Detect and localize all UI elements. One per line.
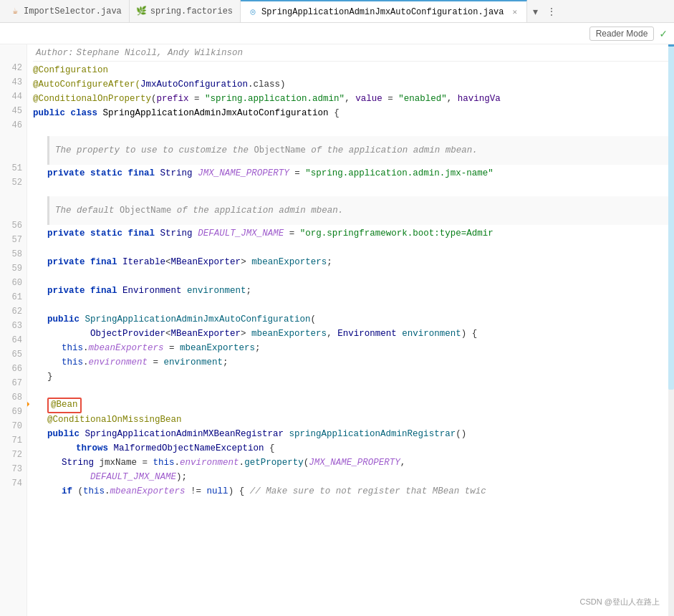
this-mbean-exporters: mbeanExporters: [89, 341, 164, 355]
line-num-43: 43: [4, 76, 22, 90]
tab-label-import: ImportSelector.java: [24, 6, 122, 16]
kw-final-56: final: [128, 226, 155, 241]
field-environment: environment: [187, 284, 246, 298]
kw-final-51: final: [128, 166, 155, 181]
line-num-64: 64: [4, 334, 22, 348]
tab-dropdown-button[interactable]: ▾: [530, 4, 541, 19]
kw-null: null: [207, 484, 228, 499]
annotation-configuration: @Configuration: [33, 63, 108, 77]
kw-this-65: this: [62, 355, 83, 370]
doc-text-2: The default ObjectName of the applicatio…: [55, 203, 343, 218]
prefix-value: "spring.application.admin": [205, 92, 345, 106]
kw-class: class: [71, 106, 98, 120]
reader-mode-button[interactable]: Reader Mode: [589, 27, 655, 41]
line-num-58: 58: [4, 248, 22, 262]
bean-gutter-icon: 🔶: [27, 399, 30, 412]
method-get-property: getProperty: [244, 456, 304, 470]
code-line-64: this. mbeanExporters = mbeanExporters;: [33, 341, 674, 355]
type-string-56: String: [160, 226, 193, 241]
annotation-conditional-missing-bean: @ConditionalOnMissingBean: [47, 413, 182, 427]
line-num-70: 70: [4, 420, 22, 434]
value-param: value: [355, 92, 382, 106]
type-malformed-exception: MalformedObjectNameException: [114, 441, 264, 456]
code-container: 42 43 44 45 46 51 52 56 57 58 59 60 61 6…: [0, 44, 674, 616]
line-num-60: 60: [4, 276, 22, 291]
tab-bar-controls: ▾ ⋮: [530, 4, 559, 19]
line-num-73: 73: [4, 463, 22, 477]
var-jmx-name: jmxName: [100, 456, 138, 470]
field-jmx-name-property: JMX_NAME_PROPERTY: [198, 166, 289, 181]
annotation-autoconfigure-after: @AutoConfigureAfter(: [33, 77, 140, 92]
kw-private-56: private: [47, 226, 85, 241]
kw-static-51: static: [90, 166, 122, 181]
line-num-68: 68: [4, 391, 22, 405]
doc-text-1: The property to use to customize the Obj…: [55, 143, 478, 158]
code-line-62: public SpringApplicationAdminJmxAutoConf…: [33, 312, 674, 327]
this-mbean-exporters-74: mbeanExporters: [110, 484, 186, 499]
tab-import-selector[interactable]: ☕ ImportSelector.java: [3, 0, 130, 23]
this-environment-72: environment: [180, 456, 239, 470]
tab-options-button[interactable]: ⋮: [544, 4, 559, 19]
code-line-43: @AutoConfigureAfter(JmxAutoConfiguration…: [33, 77, 674, 92]
line-num-44: 44: [4, 90, 22, 105]
code-line-46: [33, 120, 674, 135]
code-line-63: ObjectProvider< MBeanExporter> mbeanExpo…: [33, 327, 674, 341]
line-num-51: 51: [4, 162, 22, 176]
code-line-42: @Configuration: [33, 63, 674, 77]
java-circle-icon: ◎: [248, 7, 258, 17]
tab-close-button[interactable]: ✕: [511, 6, 520, 17]
kw-this-64: this: [62, 341, 83, 355]
code-line-44: @ConditionalOnProperty(prefix = "spring.…: [33, 92, 674, 106]
type-string-51: String: [160, 166, 193, 181]
kw-private-51: private: [47, 166, 85, 181]
code-line-61: [33, 298, 674, 312]
reader-bar: Reader Mode ✓: [0, 23, 674, 44]
line-num-42: 42: [4, 62, 22, 76]
field-jmx-name-prop-ref: JMX_NAME_PROPERTY: [309, 456, 400, 470]
type-string-72: String: [62, 456, 94, 470]
code-line-58: private final Iterable< MBeanExporter> m…: [33, 255, 674, 269]
line-num-62: 62: [4, 305, 22, 319]
field-default-jmx-name: DEFAULT_JMX_NAME: [198, 226, 284, 241]
check-icon: ✓: [660, 27, 667, 41]
spring-icon: 🌿: [137, 6, 147, 16]
line-num-69: 69: [4, 405, 22, 420]
code-line-56: private static final String DEFAULT_JMX_…: [33, 226, 674, 241]
line-num-46: 46: [4, 119, 22, 133]
field-default-jmx-name-ref: DEFAULT_JMX_NAME: [90, 470, 176, 484]
type-mbean-exporter-2: MBeanExporter: [171, 327, 241, 341]
kw-public-62: public: [47, 312, 80, 327]
line-num-65: 65: [4, 348, 22, 362]
kw-throws: throws: [76, 441, 108, 456]
code-line-74: if ( this. mbeanExporters != null) { // …: [33, 484, 674, 499]
line-num-63: 63: [4, 319, 22, 334]
kw-final-58: final: [90, 255, 117, 269]
param-environment: environment: [402, 327, 461, 341]
cond-on-property-name: ConditionalOnProperty: [39, 92, 152, 106]
annotation-conditional-on-property: @: [33, 92, 39, 106]
type-object-provider: ObjectProvider: [90, 327, 165, 341]
assign-environment: environment: [164, 355, 223, 370]
dot-class: .class): [248, 77, 286, 92]
scroll-indicator[interactable]: [668, 44, 674, 616]
code-area[interactable]: Author: Stephane Nicoll, Andy Wilkinson …: [27, 44, 674, 616]
code-line-59: [33, 269, 674, 284]
doc-block-1: The property to use to customize the Obj…: [47, 136, 674, 165]
tab-spring-admin-config[interactable]: ◎ SpringApplicationAdminJmxAutoConfigura…: [241, 0, 527, 23]
tab-label-spring: spring.factories: [150, 6, 233, 16]
type-environment: Environment: [122, 284, 182, 298]
tab-bar: ☕ ImportSelector.java 🌿 spring.factories…: [0, 0, 674, 23]
line-num-52: 52: [4, 176, 22, 191]
tab-spring-factories[interactable]: 🌿 spring.factories: [130, 0, 241, 23]
value-value: "enabled": [398, 92, 447, 106]
watermark: CSDN @登山人在路上: [580, 596, 660, 609]
line-num-72: 72: [4, 448, 22, 463]
author-line: Author: Stephane Nicoll, Andy Wilkinson: [33, 44, 674, 62]
code-line-71: throws MalformedObjectNameException {: [33, 441, 674, 456]
comment-74: // Make sure to not register that MBean …: [250, 484, 486, 499]
code-line-51: private static final String JMX_NAME_PRO…: [33, 166, 674, 181]
code-line-45: public class SpringApplicationAdminJmxAu…: [33, 106, 674, 120]
kw-private-58: private: [47, 255, 85, 269]
line-num-doc1: [4, 133, 22, 162]
line-num-57: 57: [4, 234, 22, 248]
